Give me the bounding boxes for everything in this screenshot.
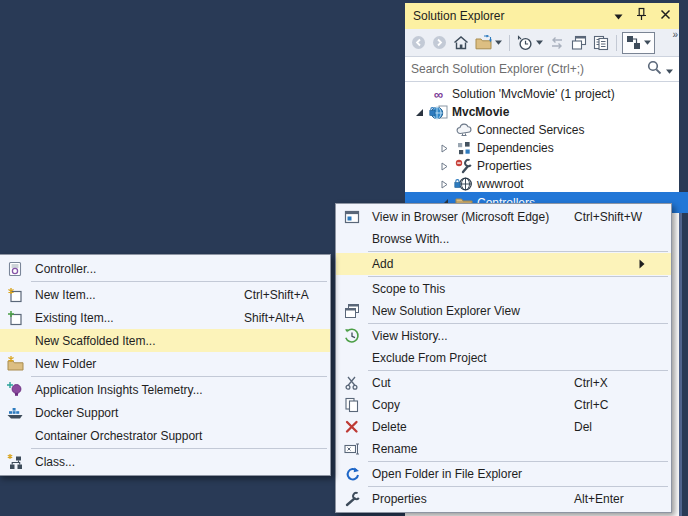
show-all-files-button[interactable]	[591, 33, 611, 53]
solution-explorer-toolbar: »	[405, 29, 679, 56]
menu-item-label: Delete	[372, 420, 407, 434]
dropdown-arrow-icon	[495, 40, 502, 45]
menu-item-docker-support[interactable]: Docker Support	[0, 401, 330, 424]
tree-item-label: Properties	[475, 159, 532, 173]
toolbar-overflow-button[interactable]: »	[672, 29, 677, 40]
web-project-icon	[427, 104, 450, 120]
menu-item-controller[interactable]: Controller...	[0, 257, 330, 280]
window-position-button[interactable]	[614, 9, 623, 23]
menu-item-label: Application Insights Telemetry...	[35, 383, 203, 397]
toolbar-separator	[616, 35, 617, 51]
close-button[interactable]	[660, 9, 671, 23]
tree-item-label: MvcMovie	[450, 105, 509, 119]
pin-button[interactable]	[634, 7, 649, 25]
back-button[interactable]	[409, 33, 428, 53]
sync-button[interactable]	[547, 33, 567, 53]
menu-item-new-folder[interactable]: New Folder	[0, 352, 330, 375]
tree-item-mvcmovie[interactable]: MvcMovie	[405, 103, 679, 121]
tree-expander-collapsed[interactable]	[436, 180, 452, 189]
window-position-icon	[614, 14, 623, 20]
file-nesting-icon	[626, 35, 641, 50]
wwwroot-globe-icon	[452, 176, 475, 192]
collapse-all-icon	[571, 35, 587, 51]
menu-item-open-folder-in-file-explorer[interactable]: Open Folder in File Explorer	[336, 463, 671, 485]
tree-item-properties[interactable]: Properties	[405, 157, 679, 175]
menu-item-existing-item[interactable]: Existing Item...Shift+Alt+A	[0, 306, 330, 329]
menu-item-properties[interactable]: PropertiesAlt+Enter	[336, 488, 671, 510]
open-folder-icon	[340, 466, 364, 482]
menu-separator	[31, 376, 327, 377]
menu-item-label: New Item...	[35, 288, 96, 302]
pending-changes-filter-button[interactable]	[515, 33, 545, 53]
toolbar-separator	[509, 35, 510, 51]
menu-item-label: New Solution Explorer View	[372, 304, 520, 318]
menu-item-exclude-from-project[interactable]: Exclude From Project	[336, 347, 671, 369]
tree-item-label: Dependencies	[475, 141, 554, 155]
search-options-button[interactable]	[666, 60, 673, 78]
home-button[interactable]	[451, 33, 471, 53]
solution-explorer-titlebar[interactable]: Solution Explorer	[405, 3, 679, 29]
tree-item-solution-mvcmovie-1-project[interactable]: ∞Solution 'MvcMovie' (1 project)	[405, 85, 679, 103]
search-bar	[405, 56, 679, 82]
menu-item-label: Class...	[35, 455, 75, 469]
controller-icon	[3, 261, 27, 277]
app-insights-icon	[3, 382, 27, 398]
tree-expander-collapsed[interactable]	[436, 144, 452, 153]
menu-item-cut[interactable]: CutCtrl+X	[336, 372, 671, 394]
docker-icon	[3, 405, 27, 421]
menu-item-copy[interactable]: CopyCtrl+C	[336, 394, 671, 416]
menu-separator	[368, 276, 668, 277]
menu-item-label: Add	[372, 257, 393, 271]
menu-item-shortcut: Ctrl+Shift+W	[574, 210, 669, 224]
file-nesting-button[interactable]	[622, 32, 655, 54]
pending-changes-filter-icon	[517, 35, 533, 51]
menu-item-label: Controller...	[35, 262, 96, 276]
search-controls	[647, 60, 673, 79]
menu-item-view-history[interactable]: View History...	[336, 325, 671, 347]
menu-item-scope-to-this[interactable]: Scope to This	[336, 278, 671, 300]
forward-icon	[432, 35, 447, 50]
dependencies-icon	[452, 140, 475, 156]
view-in-browser-icon	[340, 209, 364, 225]
tree-item-dependencies[interactable]: Dependencies	[405, 139, 679, 157]
dropdown-arrow-icon	[536, 40, 543, 45]
menu-item-class[interactable]: Class...	[0, 450, 330, 473]
tree-expander-collapsed[interactable]	[436, 162, 452, 171]
menu-item-view-in-browser-microsoft-edge[interactable]: View in Browser (Microsoft Edge)Ctrl+Shi…	[336, 206, 671, 228]
menu-item-container-orchestrator-support[interactable]: Container Orchestrator Support	[0, 424, 330, 447]
menu-item-label: Docker Support	[35, 406, 118, 420]
menu-separator	[368, 323, 668, 324]
menu-item-new-item[interactable]: New Item...Ctrl+Shift+A	[0, 283, 330, 306]
solution-icon: ∞	[427, 88, 450, 101]
menu-item-application-insights-telemetry[interactable]: Application Insights Telemetry...	[0, 378, 330, 401]
switch-views-button[interactable]	[473, 33, 504, 53]
delete-icon	[340, 419, 364, 435]
dropdown-arrow-icon	[644, 40, 651, 45]
menu-item-browse-with[interactable]: Browse With...	[336, 228, 671, 250]
search-button[interactable]	[647, 60, 662, 79]
menu-item-new-solution-explorer-view[interactable]: New Solution Explorer View	[336, 300, 671, 322]
tree-item-connected-services[interactable]: Connected Services	[405, 121, 679, 139]
menu-item-shortcut: Shift+Alt+A	[244, 311, 328, 325]
connected-services-icon	[452, 122, 475, 138]
menu-item-shortcut: Alt+Enter	[574, 492, 669, 506]
collapse-all-button[interactable]	[569, 33, 589, 53]
menu-item-add[interactable]: Add	[336, 253, 671, 275]
search-input[interactable]	[411, 62, 647, 76]
menu-item-label: Properties	[372, 492, 427, 506]
dropdown-arrow-icon	[666, 69, 673, 74]
tree-expander-expanded[interactable]	[411, 108, 427, 117]
close-icon	[660, 9, 671, 20]
menu-item-label: Open Folder in File Explorer	[372, 467, 522, 481]
forward-button[interactable]	[430, 33, 449, 53]
submenu-arrow-icon	[630, 259, 654, 269]
menu-item-label: Container Orchestrator Support	[35, 429, 202, 443]
menu-item-rename[interactable]: Rename	[336, 438, 671, 460]
menu-item-label: New Folder	[35, 357, 96, 371]
menu-item-label: Rename	[372, 442, 417, 456]
menu-item-new-scaffolded-item[interactable]: New Scaffolded Item...	[0, 329, 330, 352]
new-folder-icon	[3, 356, 27, 371]
menu-item-delete[interactable]: DeleteDel	[336, 416, 671, 438]
tree-item-wwwroot[interactable]: wwwroot	[405, 175, 679, 193]
tree-item-label: Connected Services	[475, 123, 584, 137]
